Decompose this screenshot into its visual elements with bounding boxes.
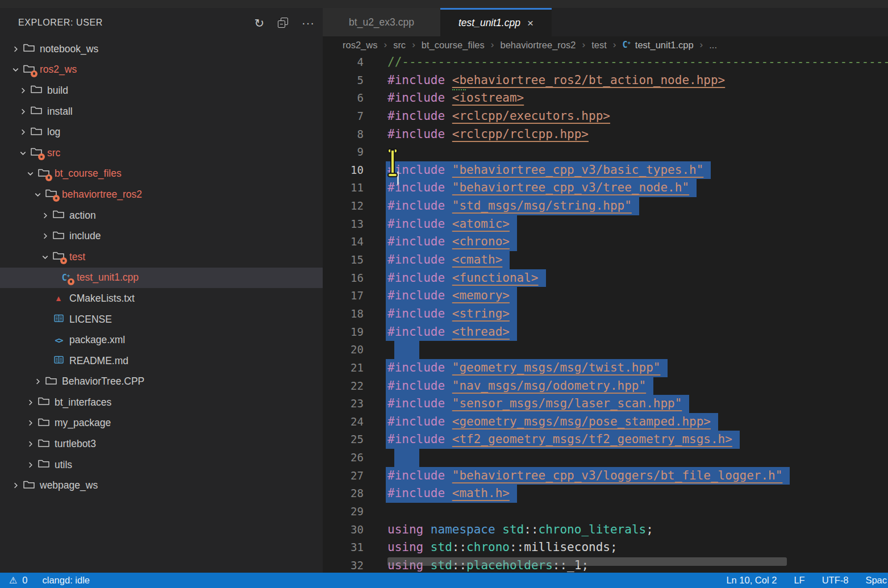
tree-item-turtlebot3[interactable]: turtlebot3	[0, 433, 323, 454]
line-number[interactable]: 19	[323, 323, 364, 341]
line-number[interactable]: 12	[323, 197, 364, 215]
tree-item-BehaviorTree.CPP[interactable]: BehaviorTree.CPP	[0, 372, 323, 393]
clangd-status[interactable]: clangd: idle	[43, 575, 90, 586]
tree-item-log[interactable]: log	[0, 122, 323, 143]
line-number[interactable]: 13	[323, 215, 364, 233]
code-line-7[interactable]: 7#include <rclcpp/executors.hpp>	[323, 107, 888, 126]
problems-indicator[interactable]: ⚠ 0	[9, 575, 28, 586]
chevron-down-icon[interactable]	[25, 169, 35, 179]
line-number[interactable]: 18	[323, 305, 364, 323]
breadcrumb-item-bt_course_files[interactable]: bt_course_files	[422, 40, 485, 51]
code-line-22[interactable]: 22#include "nav_msgs/msg/odometry.hpp"	[323, 377, 888, 395]
chevron-right-icon[interactable]	[40, 231, 50, 241]
line-number[interactable]: 29	[323, 503, 364, 521]
line-number[interactable]: 10	[323, 161, 364, 180]
tree-item-build[interactable]: build	[0, 80, 323, 101]
code-line-20[interactable]: 20	[323, 341, 888, 359]
code-line-17[interactable]: 17#include <memory>	[323, 287, 888, 305]
chevron-right-icon[interactable]	[32, 377, 43, 387]
line-number[interactable]: 5	[323, 72, 364, 90]
line-number[interactable]: 17	[323, 287, 364, 305]
chevron-right-icon[interactable]	[40, 210, 50, 220]
line-number[interactable]: 27	[323, 467, 364, 485]
tree-item-README.md[interactable]: README.md	[0, 351, 323, 372]
chevron-right-icon[interactable]	[25, 418, 35, 428]
code-line-11[interactable]: 11#include "behaviortree_cpp_v3/tree_nod…	[323, 179, 888, 197]
collapse-folders-icon[interactable]	[278, 18, 288, 28]
line-number[interactable]: 25	[323, 431, 364, 449]
tree-item-test_unit1.cpp[interactable]: C+test_unit1.cpp	[0, 268, 323, 289]
chevron-down-icon[interactable]	[10, 65, 20, 75]
code-line-5[interactable]: 5#include <behaviortree_ros2/bt_action_n…	[323, 72, 888, 90]
line-number[interactable]: 22	[323, 377, 364, 395]
line-number[interactable]: 32	[323, 557, 364, 573]
chevron-right-icon[interactable]	[25, 439, 35, 449]
chevron-right-icon[interactable]	[10, 481, 20, 491]
indentation-indicator[interactable]: Spac	[865, 575, 887, 586]
code-line-18[interactable]: 18#include <string>	[323, 305, 888, 323]
code-line-10[interactable]: 10#include "behaviortree_cpp_v3/basic_ty…	[323, 161, 888, 180]
code-line-13[interactable]: 13#include <atomic>	[323, 215, 888, 233]
line-number[interactable]: 16	[323, 269, 364, 287]
tree-item-utils[interactable]: utils	[0, 454, 323, 476]
breadcrumb-item-test[interactable]: test	[591, 40, 607, 51]
tree-item-action[interactable]: action	[0, 205, 323, 226]
line-number[interactable]: 23	[323, 395, 364, 413]
encoding-indicator[interactable]: UTF-8	[822, 575, 849, 586]
breadcrumb-item-src[interactable]: src	[393, 40, 406, 51]
code-line-27[interactable]: 27#include "behaviortree_cpp_v3/loggers/…	[323, 467, 888, 485]
tree-item-src[interactable]: src	[0, 143, 323, 164]
code-line-31[interactable]: 31using std::chrono::milliseconds;	[323, 539, 888, 557]
code-line-16[interactable]: 16#include <functional>	[323, 269, 888, 287]
line-number[interactable]: 20	[323, 341, 364, 359]
tree-item-notebook_ws[interactable]: notebook_ws	[0, 39, 323, 60]
chevron-right-icon[interactable]	[18, 127, 28, 137]
line-number[interactable]: 4	[323, 53, 364, 72]
code-line-28[interactable]: 28#include <math.h>	[323, 485, 888, 503]
breadcrumb-item-ros2_ws[interactable]: ros2_ws	[343, 40, 377, 51]
tree-item-webpage_ws[interactable]: webpage_ws	[0, 475, 323, 496]
line-number[interactable]: 14	[323, 233, 364, 251]
breadcrumb-item-behaviortree_ros2[interactable]: behaviortree_ros2	[500, 40, 576, 51]
line-number[interactable]: 21	[323, 359, 364, 377]
chevron-down-icon[interactable]	[32, 189, 43, 199]
tree-item-package.xml[interactable]: <>package.xml	[0, 330, 323, 351]
line-number[interactable]: 7	[323, 107, 364, 126]
line-number[interactable]: 9	[323, 143, 364, 161]
code-line-8[interactable]: 8#include <rclcpp/rclcpp.hpp>	[323, 126, 888, 144]
tab-bt_u2_ex3[interactable]: bt_u2_ex3.cpp	[323, 8, 440, 36]
chevron-right-icon[interactable]	[10, 44, 20, 54]
breadcrumb-file[interactable]: test_unit1.cpp	[635, 40, 694, 51]
tree-item-ros2_ws[interactable]: ros2_ws	[0, 60, 323, 81]
code-line-12[interactable]: 12#include "std_msgs/msg/string.hpp"	[323, 197, 888, 215]
refresh-icon[interactable]: ↻	[254, 17, 264, 29]
line-number[interactable]: 11	[323, 179, 364, 197]
tree-item-behaviortree_ros2[interactable]: behaviortree_ros2	[0, 184, 323, 205]
code-line-9[interactable]: 9	[323, 143, 888, 161]
line-number[interactable]: 6	[323, 89, 364, 107]
code-line-14[interactable]: 14#include <chrono>	[323, 233, 888, 251]
more-actions-icon[interactable]: ···	[302, 20, 315, 26]
line-number[interactable]: 28	[323, 485, 364, 503]
line-number[interactable]: 15	[323, 251, 364, 269]
chevron-right-icon[interactable]	[25, 397, 35, 407]
eol-indicator[interactable]: LF	[794, 575, 804, 586]
line-number[interactable]: 31	[323, 539, 364, 557]
chevron-down-icon[interactable]	[18, 148, 28, 158]
tab-test_unit1[interactable]: test_unit1.cpp ×	[440, 8, 552, 36]
code-line-30[interactable]: 30using namespace std::chrono_literals;	[323, 521, 888, 539]
breadcrumb-overflow[interactable]: ...	[709, 40, 717, 51]
code-editor[interactable]: 4//-------------------------------------…	[323, 53, 888, 573]
chevron-down-icon[interactable]	[40, 252, 50, 262]
tree-item-my_package[interactable]: my_package	[0, 413, 323, 434]
close-tab-icon[interactable]: ×	[527, 18, 533, 28]
code-line-23[interactable]: 23#include "sensor_msgs/msg/laser_scan.h…	[323, 395, 888, 413]
code-line-26[interactable]: 26	[323, 449, 888, 467]
line-number[interactable]: 24	[323, 413, 364, 431]
tree-item-CMakeLists.txt[interactable]: ▲CMakeLists.txt	[0, 288, 323, 309]
tree-item-bt_interfaces[interactable]: bt_interfaces	[0, 392, 323, 413]
code-line-25[interactable]: 25#include <tf2_geometry_msgs/tf2_geomet…	[323, 431, 888, 449]
line-number[interactable]: 30	[323, 521, 364, 539]
code-line-19[interactable]: 19#include <thread>	[323, 323, 888, 341]
line-number[interactable]: 26	[323, 449, 364, 467]
